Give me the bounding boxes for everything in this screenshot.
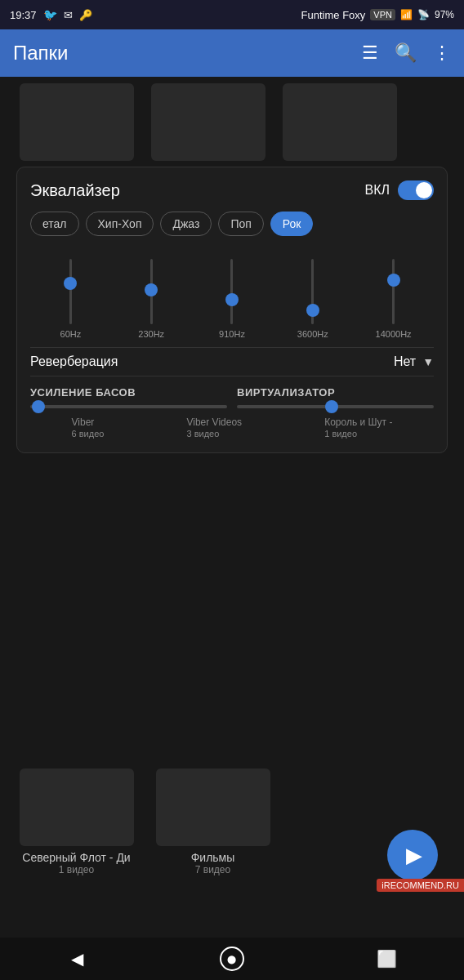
genre-row: етал Хип-Хоп Джаз Поп Рок xyxy=(30,212,434,236)
bass-section: УСИЛЕНИЕ БАСОВ xyxy=(30,386,227,408)
bottom-content: Северный Флот - Ди 1 видео Фильмы 7 виде… xyxy=(0,760,464,889)
eq-band-910hz: 910Hz xyxy=(192,259,273,339)
eq-slider-thumb[interactable] xyxy=(64,277,77,290)
eq-title: Эквалайзер xyxy=(30,181,120,200)
folder-label-viber-videos: Viber Videos3 видео xyxy=(186,416,242,439)
folder-name: Фильмы xyxy=(191,851,235,864)
bass-slider[interactable] xyxy=(30,405,227,408)
eq-slider-thumb[interactable] xyxy=(145,283,158,296)
app-bar-actions: ☰ 🔍 ⋮ xyxy=(362,42,451,64)
folder-count: 1 видео xyxy=(59,864,94,875)
bass-virt-row: УСИЛЕНИЕ БАСОВ ВИРТУАЛИЗАТОР xyxy=(30,386,434,408)
eq-slider-track[interactable] xyxy=(230,259,233,324)
app-bar: Папки ☰ 🔍 ⋮ xyxy=(0,29,464,77)
home-icon: ⬤ xyxy=(220,947,244,971)
eq-slider-track[interactable] xyxy=(392,259,395,324)
folder-thumb xyxy=(20,83,134,161)
eq-band-3600hz: 3600Hz xyxy=(272,259,353,339)
genre-chip-metal[interactable]: етал xyxy=(30,212,79,236)
menu-icon[interactable]: ☰ xyxy=(362,42,378,64)
eq-slider-track[interactable] xyxy=(311,259,314,324)
reverb-value-row: Нет ▼ xyxy=(394,354,434,369)
folder-label-korol: Король и Шут -1 видео xyxy=(324,416,392,439)
folder-label-viber: Viber6 видео xyxy=(72,416,105,439)
folder-thumb xyxy=(283,83,397,161)
genre-chip-pop[interactable]: Поп xyxy=(218,212,263,236)
eq-freq-label: 3600Hz xyxy=(297,329,328,339)
eq-slider-thumb[interactable] xyxy=(387,274,400,287)
eq-slider-track[interactable] xyxy=(69,259,72,324)
reverb-value: Нет xyxy=(394,354,416,369)
bass-label: УСИЛЕНИЕ БАСОВ xyxy=(30,386,227,399)
eq-band-230hz: 230Hz xyxy=(111,259,192,339)
virt-section: ВИРТУАЛИЗАТОР xyxy=(237,386,434,408)
watermark: iRECOMMEND.RU xyxy=(377,879,464,892)
home-button[interactable]: ⬤ xyxy=(212,938,252,979)
folder-count: 7 видео xyxy=(195,864,230,875)
twitter-icon: 🐦 xyxy=(43,8,57,21)
battery-label: 97% xyxy=(435,9,454,20)
overlay-folder-labels: Viber6 видео Viber Videos3 видео Король … xyxy=(30,416,434,439)
status-bar: 19:37 🐦 ✉ 🔑 Funtime Foxy VPN 📶 📡 97% xyxy=(0,0,464,29)
content-area: Camera 54 видео Inshot 8 видео InstaDown… xyxy=(0,77,464,938)
page-title: Папки xyxy=(13,42,69,65)
bass-slider-thumb[interactable] xyxy=(32,400,45,413)
bottom-folder-row: Северный Флот - Ди 1 видео Фильмы 7 виде… xyxy=(13,768,387,880)
key-icon: 🔑 xyxy=(79,9,92,21)
eq-freq-label: 910Hz xyxy=(219,329,245,339)
play-fab-button[interactable]: ▶ xyxy=(387,830,438,880)
folder-thumb xyxy=(151,83,265,161)
reverb-row[interactable]: Реверберация Нет ▼ xyxy=(30,347,434,376)
status-time: 19:37 xyxy=(10,9,37,21)
equalizer-overlay: Эквалайзер ВКЛ етал Хип-Хоп Джаз Поп Рок xyxy=(16,167,448,453)
recents-icon: ⬜ xyxy=(377,949,397,969)
folder-name: Северный Флот - Ди xyxy=(22,851,130,864)
back-icon: ◀ xyxy=(71,949,83,969)
mail-icon: ✉ xyxy=(64,9,73,21)
folder-item-sever[interactable]: Северный Флот - Ди 1 видео xyxy=(13,768,140,875)
back-button[interactable]: ◀ xyxy=(57,938,98,979)
status-right: Funtime Foxy VPN 📶 📡 97% xyxy=(301,9,454,21)
eq-slider-thumb[interactable] xyxy=(306,304,319,317)
genre-chip-rock[interactable]: Рок xyxy=(270,212,314,236)
folder-item-filmy[interactable]: Фильмы 7 видео xyxy=(149,768,276,875)
more-icon[interactable]: ⋮ xyxy=(433,42,451,64)
signal-icon: 📶 xyxy=(400,9,413,20)
eq-toggle-switch[interactable] xyxy=(398,180,434,200)
virt-slider-thumb[interactable] xyxy=(325,400,338,413)
bottom-nav: ◀ ⬤ ⬜ xyxy=(0,938,464,980)
virt-label: ВИРТУАЛИЗАТОР xyxy=(237,386,434,399)
eq-slider-track[interactable] xyxy=(150,259,153,324)
chevron-down-icon: ▼ xyxy=(422,355,434,368)
eq-band-14000hz: 14000Hz xyxy=(353,259,434,339)
eq-header: Эквалайзер ВКЛ xyxy=(30,180,434,200)
eq-toggle-row: ВКЛ xyxy=(365,180,435,200)
folder-thumb xyxy=(20,768,134,846)
eq-band-60hz: 60Hz xyxy=(30,259,111,339)
eq-freq-label: 14000Hz xyxy=(376,329,412,339)
eq-sliders: 60Hz 230Hz 910Hz 3600Hz xyxy=(30,249,434,339)
eq-freq-label: 60Hz xyxy=(60,329,82,339)
eq-freq-label: 230Hz xyxy=(138,329,164,339)
eq-slider-thumb[interactable] xyxy=(225,293,239,306)
virt-slider[interactable] xyxy=(237,405,434,408)
folder-thumb xyxy=(156,768,270,846)
vpn-label: VPN xyxy=(370,9,395,20)
status-left: 19:37 🐦 ✉ 🔑 xyxy=(10,8,92,21)
reverb-label: Реверберация xyxy=(30,354,118,369)
wifi-icon: 📡 xyxy=(417,9,430,20)
app-name-label: Funtime Foxy xyxy=(301,9,366,21)
search-icon[interactable]: 🔍 xyxy=(395,42,417,64)
genre-chip-jazz[interactable]: Джаз xyxy=(160,212,212,236)
genre-chip-hiphop[interactable]: Хип-Хоп xyxy=(86,212,154,236)
recents-button[interactable]: ⬜ xyxy=(366,938,407,979)
eq-toggle-label: ВКЛ xyxy=(365,183,390,198)
